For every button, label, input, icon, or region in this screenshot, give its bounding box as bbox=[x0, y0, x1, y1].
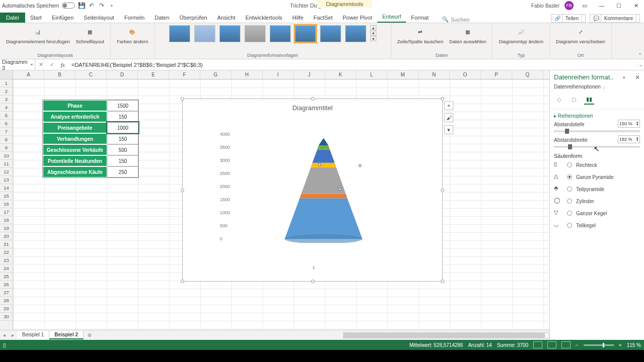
comments-button[interactable]: 💬 Kommentare bbox=[590, 14, 640, 23]
row-header-9[interactable]: 9 bbox=[0, 144, 13, 152]
enter-formula-icon[interactable]: ✓ bbox=[46, 61, 57, 68]
tab-format[interactable]: Format bbox=[406, 13, 434, 23]
row-header-8[interactable]: 8 bbox=[0, 136, 13, 144]
formula-input[interactable]: =DATENREIHE('Beispiel 2'!$B$6;;'Beispiel… bbox=[68, 62, 637, 68]
shape-radio[interactable] bbox=[567, 199, 572, 204]
chart-style-7[interactable] bbox=[320, 25, 341, 42]
shape-radio[interactable] bbox=[567, 223, 572, 228]
cancel-formula-icon[interactable]: ✕ bbox=[35, 61, 46, 68]
chart-style-4[interactable] bbox=[245, 25, 266, 42]
gap-width-input[interactable]: 182 %▴▾ bbox=[618, 135, 640, 143]
row-header-14[interactable]: 14 bbox=[0, 184, 13, 192]
tell-me-search[interactable]: 🔍 Suchen bbox=[442, 16, 469, 23]
select-data-button[interactable]: ▦ Daten auswählen bbox=[447, 25, 488, 45]
tab-ansicht[interactable]: Ansicht bbox=[212, 13, 240, 23]
col-header-K[interactable]: K bbox=[325, 70, 356, 79]
plot-area[interactable]: 40003500300025002000150010005000 bbox=[198, 124, 432, 261]
col-header-B[interactable]: B bbox=[44, 70, 75, 79]
row-header-3[interactable]: 3 bbox=[0, 96, 13, 104]
row-header-13[interactable]: 13 bbox=[0, 176, 13, 184]
select-all-corner[interactable] bbox=[0, 70, 13, 79]
row-header-6[interactable]: 6 bbox=[0, 120, 13, 128]
tab-start[interactable]: Start bbox=[25, 13, 47, 23]
col-header-I[interactable]: I bbox=[263, 70, 294, 79]
row-header-19[interactable]: 19 bbox=[0, 224, 13, 232]
user-name[interactable]: Fabio Basler bbox=[531, 3, 559, 9]
col-header-O[interactable]: O bbox=[450, 70, 481, 79]
styles-up-icon[interactable]: ▴ bbox=[370, 25, 376, 30]
row-header-10[interactable]: 10 bbox=[0, 152, 13, 160]
row-header-7[interactable]: 7 bbox=[0, 128, 13, 136]
chart-title[interactable]: Diagrammtitel bbox=[183, 99, 442, 114]
normal-view-icon[interactable] bbox=[533, 341, 542, 348]
row-header-27[interactable]: 27 bbox=[0, 289, 13, 297]
row-header-11[interactable]: 11 bbox=[0, 160, 13, 168]
gap-width-slider[interactable] bbox=[554, 146, 640, 148]
table-value-cell[interactable]: 500 bbox=[107, 144, 138, 155]
row-header-18[interactable]: 18 bbox=[0, 216, 13, 224]
add-chart-element-button[interactable]: 📊 Diagrammelement hinzufügen bbox=[4, 25, 72, 45]
file-tab[interactable]: Datei bbox=[0, 13, 25, 23]
shape-option-rechteck[interactable]: ▯Rechteck bbox=[554, 159, 640, 171]
chart-style-2[interactable] bbox=[194, 25, 215, 42]
chart-filters-button[interactable]: ▾ bbox=[444, 125, 453, 134]
chart-style-6[interactable] bbox=[295, 25, 316, 42]
worksheet-grid[interactable]: Phase1500Analyse erforderlich150Preisang… bbox=[13, 79, 549, 330]
series-options-tab-icon[interactable]: ▮▮ bbox=[584, 95, 594, 105]
row-header-29[interactable]: 29 bbox=[0, 305, 13, 313]
zoom-out-icon[interactable]: − bbox=[576, 342, 579, 348]
row-header-16[interactable]: 16 bbox=[0, 200, 13, 208]
redo-icon[interactable]: ↷ bbox=[98, 2, 105, 9]
shape-option-zylinder[interactable]: ◯Zylinder bbox=[554, 195, 640, 207]
tab-seitenlayout[interactable]: Seitenlayout bbox=[78, 13, 119, 23]
tab-hilfe[interactable]: Hilfe bbox=[287, 13, 308, 23]
name-box[interactable]: Diagramm 3▾ bbox=[0, 59, 35, 71]
pyramid-series[interactable] bbox=[283, 131, 364, 243]
shape-radio[interactable] bbox=[567, 174, 572, 179]
share-button[interactable]: 🔗 Teilen bbox=[551, 14, 586, 23]
table-value-cell[interactable]: 1000 bbox=[107, 122, 138, 133]
col-header-N[interactable]: N bbox=[419, 70, 450, 79]
col-header-M[interactable]: M bbox=[387, 70, 419, 79]
close-pane-icon[interactable]: ✕ bbox=[635, 74, 640, 81]
undo-icon[interactable]: ↶ bbox=[88, 2, 95, 9]
horizontal-scrollbar[interactable] bbox=[343, 332, 549, 338]
col-header-Q[interactable]: Q bbox=[512, 70, 543, 79]
change-chart-type-button[interactable]: 📈 Diagrammtyp ändern bbox=[497, 25, 545, 45]
col-header-F[interactable]: F bbox=[169, 70, 200, 79]
row-header-26[interactable]: 26 bbox=[0, 281, 13, 289]
fill-line-tab-icon[interactable]: ◇ bbox=[554, 95, 564, 105]
chart-style-8[interactable] bbox=[345, 25, 366, 42]
col-header-G[interactable]: G bbox=[200, 70, 231, 79]
zoom-level[interactable]: 115 % bbox=[627, 342, 641, 348]
shape-option-teilkegel[interactable]: ◡Teilkegel bbox=[554, 219, 640, 231]
row-header-25[interactable]: 25 bbox=[0, 273, 13, 281]
table-label-cell[interactable]: Preisangebote bbox=[43, 122, 107, 133]
table-value-cell[interactable]: 150 bbox=[107, 111, 138, 122]
sheet-tab-beispiel-2[interactable]: Beispiel 2 bbox=[49, 331, 84, 339]
qat-more-icon[interactable]: ▾ bbox=[108, 2, 115, 9]
row-header-22[interactable]: 22 bbox=[0, 248, 13, 256]
styles-down-icon[interactable]: ▾ bbox=[370, 31, 376, 36]
shape-option-ganzer-kegel[interactable]: ▽Ganzer Kegel bbox=[554, 207, 640, 219]
sheet-tab-beispiel-1[interactable]: Beispiel 1 bbox=[17, 331, 49, 339]
chart-styles-button[interactable]: 🖌 bbox=[444, 113, 453, 122]
row-header-5[interactable]: 5 bbox=[0, 112, 13, 120]
shape-radio[interactable] bbox=[567, 162, 572, 167]
row-header-24[interactable]: 24 bbox=[0, 264, 13, 273]
shape-radio[interactable] bbox=[567, 211, 572, 216]
row-header-21[interactable]: 21 bbox=[0, 240, 13, 248]
row-header-1[interactable]: 1 bbox=[0, 79, 13, 87]
effects-tab-icon[interactable]: ⬠ bbox=[569, 95, 579, 105]
row-header-30[interactable]: 30 bbox=[0, 313, 13, 321]
shape-option-teilpyramide[interactable]: ⬘Teilpyramide bbox=[554, 183, 640, 195]
maximize-icon[interactable]: ☐ bbox=[613, 1, 625, 11]
zoom-in-icon[interactable]: + bbox=[619, 342, 622, 348]
row-header-4[interactable]: 4 bbox=[0, 104, 13, 112]
tab-einfügen[interactable]: Einfügen bbox=[47, 13, 78, 23]
format-pane-dropdown-icon[interactable]: ▾ bbox=[623, 75, 625, 80]
tab-entwurf[interactable]: Entwurf bbox=[377, 12, 406, 23]
tab-power pivot[interactable]: Power Pivot bbox=[338, 13, 377, 23]
sheet-nav-next-icon[interactable]: ▸ bbox=[9, 332, 17, 338]
table-value-cell[interactable]: 150 bbox=[107, 155, 138, 166]
